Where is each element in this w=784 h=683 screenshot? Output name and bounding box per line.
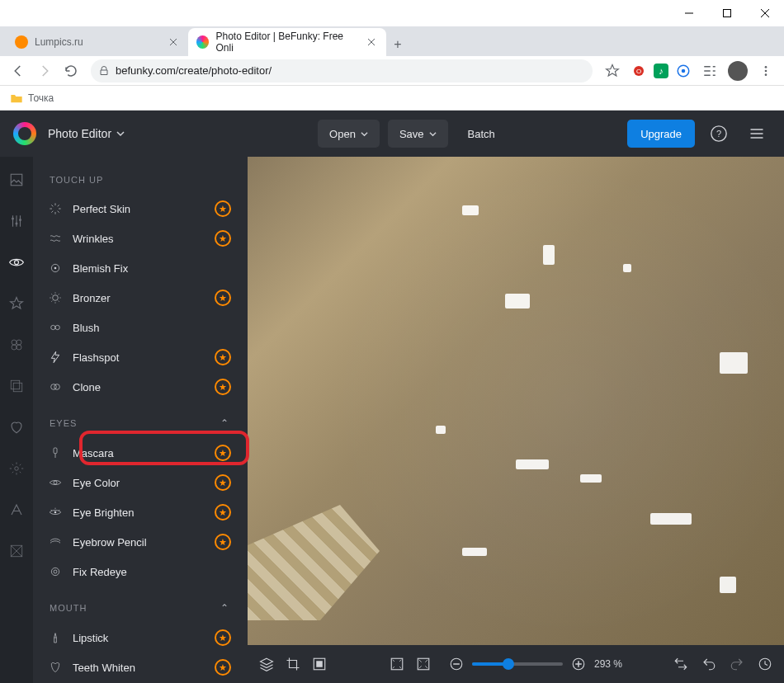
canvas-area: 293 % bbox=[248, 157, 784, 683]
eye-color-icon bbox=[48, 475, 63, 490]
nav-back-button[interactable] bbox=[7, 59, 30, 82]
url-text: befunky.com/create/photo-editor/ bbox=[116, 64, 272, 77]
wrinkles-icon bbox=[48, 231, 63, 246]
undo-button[interactable] bbox=[701, 657, 716, 671]
zoom-in-button[interactable] bbox=[571, 657, 586, 671]
brand-dropdown[interactable]: Photo Editor bbox=[48, 127, 125, 140]
premium-star-icon: ★ bbox=[215, 445, 231, 461]
section-header-touchup: TOUCH UP bbox=[33, 157, 246, 193]
item-label: Wrinkles bbox=[73, 233, 114, 245]
upgrade-label: Upgrade bbox=[640, 128, 682, 140]
bronzer-icon bbox=[48, 290, 63, 305]
tab-title: Photo Editor | BeFunky: Free Onli bbox=[215, 31, 358, 54]
item-eye-brighten[interactable]: Eye Brighten ★ bbox=[40, 498, 239, 526]
item-perfect-skin[interactable]: Perfect Skin ★ bbox=[40, 195, 239, 223]
item-teeth-whiten[interactable]: Teeth Whiten ★ bbox=[40, 653, 239, 681]
nav-forward-button[interactable] bbox=[33, 59, 56, 82]
bookmark-star-icon[interactable] bbox=[601, 59, 624, 82]
open-button[interactable]: Open bbox=[318, 120, 380, 148]
save-button[interactable]: Save bbox=[388, 120, 448, 148]
tab-close-button[interactable] bbox=[167, 35, 180, 49]
item-blush[interactable]: Blush bbox=[40, 313, 239, 342]
reading-list-icon[interactable] bbox=[698, 59, 721, 82]
item-eye-color[interactable]: Eye Color ★ bbox=[40, 469, 239, 497]
item-label: Eye Color bbox=[73, 477, 120, 489]
item-label: Eye Brighten bbox=[73, 506, 134, 519]
item-label: Perfect Skin bbox=[73, 203, 130, 215]
crop-icon[interactable] bbox=[286, 657, 300, 671]
section-title-text: EYES bbox=[50, 418, 77, 428]
compare-icon[interactable] bbox=[673, 657, 688, 671]
svg-point-33 bbox=[51, 568, 59, 575]
item-flashspot[interactable]: Flashspot ★ bbox=[40, 343, 239, 371]
zoom-slider[interactable] bbox=[472, 662, 563, 666]
fit-icon[interactable] bbox=[390, 657, 404, 671]
rail-heart-icon[interactable] bbox=[7, 417, 26, 437]
canvas-image[interactable] bbox=[248, 157, 784, 645]
section-header-mouth[interactable]: MOUTH ⌃ bbox=[33, 587, 246, 622]
zoom-out-button[interactable] bbox=[449, 657, 464, 671]
new-tab-button[interactable]: + bbox=[386, 33, 409, 56]
tab-close-button[interactable] bbox=[366, 35, 378, 49]
help-button[interactable]: ? bbox=[705, 120, 733, 148]
item-fix-redeye[interactable]: Fix Redeye bbox=[40, 558, 239, 586]
extension-icon[interactable]: ♪ bbox=[654, 64, 668, 78]
svg-rect-10 bbox=[11, 174, 22, 186]
blush-icon bbox=[48, 320, 63, 335]
item-mascara[interactable]: Mascara ★ bbox=[40, 439, 239, 467]
rail-text-icon[interactable] bbox=[7, 500, 26, 520]
svg-point-4 bbox=[682, 68, 686, 73]
item-lipstick[interactable]: Lipstick ★ bbox=[40, 624, 239, 652]
window-minimize-button[interactable] bbox=[670, 0, 708, 26]
hamburger-menu-button[interactable] bbox=[743, 120, 771, 148]
browser-menu-icon[interactable] bbox=[754, 59, 777, 82]
zoom-control: 293 % bbox=[449, 657, 635, 671]
layers-icon[interactable] bbox=[259, 657, 274, 671]
sparkle-icon bbox=[48, 201, 63, 216]
item-blemish-fix[interactable]: Blemish Fix bbox=[40, 254, 239, 282]
rail-image-icon[interactable] bbox=[7, 170, 26, 190]
expand-icon[interactable] bbox=[416, 657, 431, 671]
extension-icon[interactable]: O bbox=[627, 59, 650, 82]
chevron-up-icon: ⌃ bbox=[220, 602, 229, 614]
item-clone[interactable]: Clone ★ bbox=[40, 373, 239, 401]
teeth-icon bbox=[48, 660, 63, 675]
premium-star-icon: ★ bbox=[215, 379, 231, 395]
browser-tab-active[interactable]: Photo Editor | BeFunky: Free Onli bbox=[188, 28, 386, 56]
window-maximize-button[interactable] bbox=[708, 0, 746, 26]
nav-reload-button[interactable] bbox=[59, 59, 83, 82]
item-label: Eyebrow Pencil bbox=[73, 536, 147, 549]
history-button[interactable] bbox=[758, 657, 772, 671]
logo-icon[interactable] bbox=[13, 122, 36, 145]
rail-star-icon[interactable] bbox=[7, 294, 26, 313]
rail-touchup-icon[interactable] bbox=[7, 252, 26, 272]
side-scroll[interactable]: TOUCH UP Perfect Skin ★ Wrinkles ★ bbox=[33, 157, 248, 683]
premium-star-icon: ★ bbox=[215, 659, 231, 676]
batch-button[interactable]: Batch bbox=[456, 120, 507, 148]
tab-favicon bbox=[196, 35, 209, 49]
profile-avatar[interactable] bbox=[728, 61, 748, 81]
rail-overlay-icon[interactable] bbox=[7, 376, 26, 396]
svg-point-14 bbox=[15, 261, 19, 265]
side-panel: TOUCH UP Perfect Skin ★ Wrinkles ★ bbox=[33, 157, 248, 683]
background-icon[interactable] bbox=[312, 657, 327, 671]
svg-point-26 bbox=[51, 325, 55, 329]
url-input[interactable]: befunky.com/create/photo-editor/ bbox=[91, 59, 593, 82]
upgrade-button[interactable]: Upgrade bbox=[627, 120, 695, 148]
premium-star-icon: ★ bbox=[215, 474, 231, 491]
rail-textures-icon[interactable] bbox=[7, 541, 26, 561]
bookmark-label[interactable]: Точка bbox=[28, 92, 54, 104]
item-bronzer[interactable]: Bronzer ★ bbox=[40, 284, 239, 312]
extension-icon[interactable] bbox=[672, 59, 695, 82]
browser-tab-inactive[interactable]: Lumpics.ru bbox=[7, 28, 188, 56]
section-header-eyes[interactable]: EYES ⌃ bbox=[33, 403, 246, 437]
rail-frames-icon[interactable] bbox=[7, 335, 26, 355]
redo-button[interactable] bbox=[730, 657, 744, 671]
chevron-down-icon bbox=[116, 130, 125, 138]
item-wrinkles[interactable]: Wrinkles ★ bbox=[40, 224, 239, 252]
rail-settings-icon[interactable] bbox=[7, 459, 26, 478]
rail-sliders-icon[interactable] bbox=[7, 211, 26, 231]
window-close-button[interactable] bbox=[746, 0, 784, 26]
item-eyebrow-pencil[interactable]: Eyebrow Pencil ★ bbox=[40, 528, 239, 556]
zoom-thumb[interactable] bbox=[503, 658, 514, 670]
